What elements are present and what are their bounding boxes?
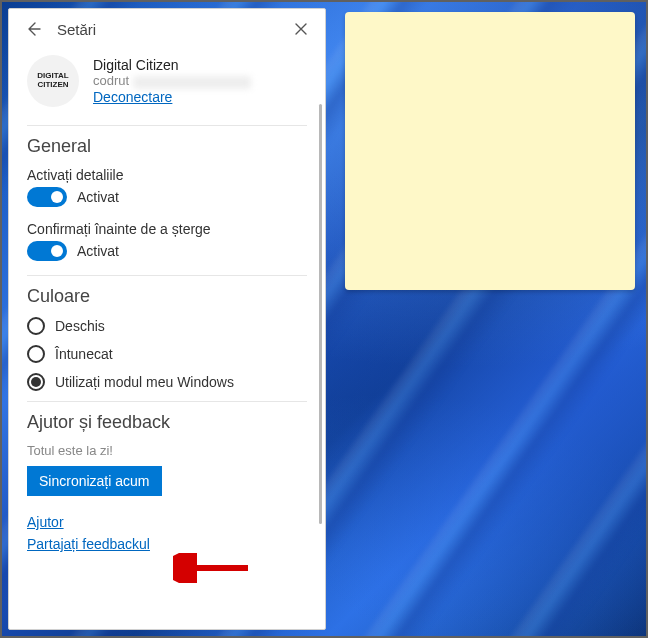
radio-label: Întunecat [55,346,113,362]
radio-icon [27,317,45,335]
section-title-help: Ajutor și feedback [27,412,307,433]
arrow-left-icon [25,21,41,37]
radio-icon [27,345,45,363]
radio-label: Utilizați modul meu Windows [55,374,234,390]
account-name: Digital Citizen [93,57,307,73]
signout-link[interactable]: Deconectare [93,89,172,105]
page-title: Setări [57,21,277,38]
confirm-delete-toggle[interactable] [27,241,67,261]
insights-toggle-row: Activat [27,187,307,207]
confirm-delete-label: Confirmați înainte de a șterge [27,221,307,237]
panel-header: Setări [9,9,325,49]
close-icon [294,22,308,36]
section-title-general: General [27,136,307,157]
account-email-blurred [133,76,251,89]
share-feedback-link[interactable]: Partajați feedbackul [27,536,307,552]
account-info: Digital Citizen codrut Deconectare [93,57,307,104]
insights-toggle-state: Activat [77,189,119,205]
divider [27,275,307,276]
section-title-color: Culoare [27,286,307,307]
insights-label: Activați detaliile [27,167,307,183]
help-link[interactable]: Ajutor [27,514,307,530]
account-email-prefix: codrut [93,73,129,88]
sync-now-button[interactable]: Sincronizați acum [27,466,162,496]
scrollbar[interactable] [319,104,322,524]
insights-toggle[interactable] [27,187,67,207]
close-button[interactable] [289,17,313,41]
confirm-delete-toggle-state: Activat [77,243,119,259]
radio-icon-selected [27,373,45,391]
confirm-delete-toggle-row: Activat [27,241,307,261]
color-option-light[interactable]: Deschis [27,317,307,335]
divider [27,401,307,402]
color-option-windows[interactable]: Utilizați modul meu Windows [27,373,307,391]
color-option-dark[interactable]: Întunecat [27,345,307,363]
account-email: codrut [93,73,307,88]
account-section: DIGITAL CITIZEN Digital Citizen codrut D… [27,49,307,123]
radio-label: Deschis [55,318,105,334]
back-button[interactable] [21,17,45,41]
sync-status-text: Totul este la zi! [27,443,307,458]
divider [27,125,307,126]
sticky-note[interactable] [345,12,635,290]
settings-panel: Setări DIGITAL CITIZEN Digital Citizen c… [8,8,326,630]
avatar: DIGITAL CITIZEN [27,55,79,107]
panel-body: DIGITAL CITIZEN Digital Citizen codrut D… [9,49,325,629]
